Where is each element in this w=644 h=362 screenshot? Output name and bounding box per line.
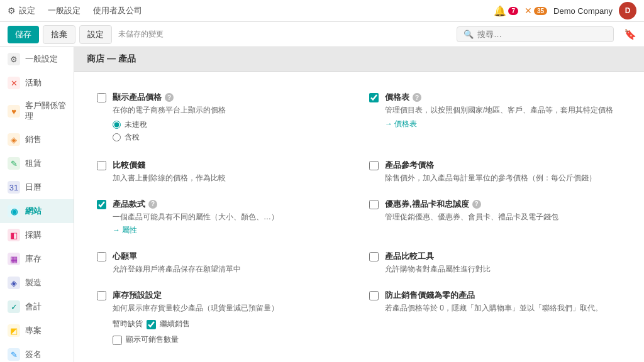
product-compare-content: 產品比較工具 允許購物者對產品屬性進行對比: [385, 251, 491, 275]
discount-voucher-checkbox[interactable]: [369, 200, 379, 209]
price-list-link[interactable]: → 價格表: [385, 119, 613, 129]
search-bar[interactable]: 🔍: [457, 26, 614, 42]
main-layout: ⚙ 一般設定 ✕ 活動 ♥ 客戶關係管理 ◈ 銷售 ✎ 租賃 31 日曆 ◉ 網…: [0, 47, 644, 362]
shop-section: 商店 — 產品 顯示產品價格 ? 在你的電子商務平台上顯示的價格: [74, 47, 644, 362]
sidebar-label-purchase: 採購: [25, 230, 42, 241]
sidebar-label-rent: 租賃: [25, 158, 42, 169]
radio-tax-excluded[interactable]: 未連稅: [113, 119, 226, 130]
sidebar-item-rent[interactable]: ✎ 租賃: [0, 151, 74, 175]
price-list-checkbox[interactable]: [369, 93, 379, 102]
sidebar-item-manufacture[interactable]: ◈ 製造: [0, 271, 74, 295]
discount-voucher-desc: 管理促銷優惠、優惠券、會員卡、禮品卡及電子錢包: [385, 212, 558, 222]
bookmark-icon[interactable]: 🔖: [624, 28, 636, 40]
product-variant-info-icon: ?: [148, 200, 157, 209]
content-area: 商店 — 產品 顯示產品價格 ? 在你的電子商務平台上顯示的價格: [74, 47, 644, 362]
product-variant-checkbox[interactable]: [97, 200, 106, 209]
product-compare-checkbox[interactable]: [369, 252, 379, 261]
gear-icon: ⚙: [8, 6, 16, 16]
display-price-desc: 在你的電子商務平台上顯示的價格: [113, 105, 226, 116]
crm-sidebar-icon: ♥: [8, 105, 20, 118]
inventory-default-label: 庫存預設設定: [113, 290, 279, 301]
save-button[interactable]: 儲存: [8, 26, 39, 43]
sidebar-label-accounting: 會計: [25, 302, 42, 312]
unsaved-label: 未儲存的變更: [118, 29, 164, 40]
compare-price-content: 比較價錢 加入書上刪除線的價格，作為比較: [113, 160, 226, 184]
product-variant-content: 產品款式 ? 一個產品可能具有不同的屬性（大小、顏色、…） → 屬性: [113, 199, 279, 236]
display-price-radio-group: 未連稅 含稅: [113, 119, 226, 143]
discount-voucher-info-icon: ?: [472, 200, 481, 209]
prevent-zero-sale-desc: 若產品價格等於 0，隱藏「加入購物車」並以「聯絡我們」取代。: [385, 303, 602, 314]
sidebar-label-general: 一般設定: [25, 54, 58, 65]
sidebar-item-sign[interactable]: ✎ 簽名: [0, 343, 74, 362]
inventory-default-content: 庫存預設設定 如何展示庫存貨量較少產品（現貨量減已預留量） 暫時缺貨 繼續銷售 …: [113, 290, 279, 345]
website-sidebar-icon: ◉: [8, 205, 20, 217]
project-sidebar-icon: ◩: [8, 324, 20, 337]
nav-users[interactable]: 使用者及公司: [93, 5, 142, 16]
sidebar-item-website[interactable]: ◉ 網站: [0, 199, 74, 223]
rent-sidebar-icon: ✎: [8, 157, 20, 170]
sidebar-label-sales: 銷售: [25, 134, 42, 145]
product-compare-label: 產品比較工具: [385, 251, 491, 262]
product-ref-price-content: 產品參考價格 除售價外，加入產品每計量單位的參考價格（例：每公斤價錢）: [385, 160, 596, 184]
sidebar-item-accounting[interactable]: ✓ 會計: [0, 295, 74, 319]
wishlist-checkbox[interactable]: [97, 252, 106, 261]
search-input[interactable]: [477, 30, 607, 39]
settings-button[interactable]: 設定: [79, 25, 112, 44]
company-name: Demo Company: [553, 6, 613, 16]
sidebar-item-project[interactable]: ◩ 專案: [0, 319, 74, 343]
display-price-label: 顯示產品價格 ?: [113, 92, 226, 103]
radio-tax-included[interactable]: 含稅: [113, 132, 226, 143]
prevent-zero-sale-content: 防止銷售價錢為零的產品 若產品價格等於 0，隱藏「加入購物車」並以「聯絡我們」取…: [385, 290, 602, 314]
sidebar-label-inventory: 庫存: [25, 254, 42, 265]
gear-sidebar-icon: ⚙: [8, 53, 20, 65]
purchase-sidebar-icon: ◧: [8, 229, 20, 241]
sign-sidebar-icon: ✎: [8, 348, 20, 361]
sales-sidebar-icon: ◈: [8, 133, 20, 146]
user-avatar[interactable]: D: [619, 2, 636, 19]
show-qty-label: 顯示可銷售數量: [126, 334, 179, 345]
timer-badge: 35: [534, 7, 547, 15]
display-price-checkbox[interactable]: [97, 93, 106, 102]
setting-inventory-default: 庫存預設設定 如何展示庫存貨量較少產品（現貨量減已預留量） 暫時缺貨 繼續銷售 …: [87, 282, 359, 353]
nav-settings[interactable]: ⚙ 設定: [8, 5, 35, 16]
prevent-zero-sale-checkbox[interactable]: [369, 291, 379, 300]
notification-bell[interactable]: 🔔 7: [494, 5, 518, 17]
sidebar-label-activity: 活動: [25, 78, 42, 89]
product-variant-link[interactable]: → 屬性: [113, 225, 279, 236]
setting-product-ref-price: 產品參考價格 除售價外，加入產品每計量單位的參考價格（例：每公斤價錢）: [359, 152, 631, 191]
product-ref-price-checkbox[interactable]: [369, 161, 379, 170]
manufacture-sidebar-icon: ◈: [8, 277, 20, 289]
continue-sales-checkbox[interactable]: [147, 320, 156, 329]
sidebar-item-purchase[interactable]: ◧ 採購: [0, 223, 74, 247]
activity-timer[interactable]: ✕ 35: [525, 6, 547, 16]
sidebar-item-sales[interactable]: ◈ 銷售: [0, 128, 74, 151]
action-bar: 儲存 捨棄 設定 未儲存的變更 🔍 🔖: [0, 22, 644, 47]
setting-wishlist: 心願單 允許登錄用戶將產品保存在願望清單中: [87, 243, 359, 282]
product-variant-desc: 一個產品可能具有不同的屬性（大小、顏色、…）: [113, 212, 279, 222]
discount-voucher-label: 優惠券,禮品卡和忠誠度 ?: [385, 199, 558, 210]
product-variant-label: 產品款式 ?: [113, 199, 279, 210]
show-qty-checkbox[interactable]: [113, 336, 122, 345]
shop-section-body: 顯示產品價格 ? 在你的電子商務平台上顯示的價格 未連稅 含稅: [74, 72, 644, 362]
nav-general[interactable]: 一般設定: [48, 5, 80, 16]
inventory-default-checkbox[interactable]: [97, 291, 106, 300]
sidebar-label-crm: 客戶關係管理: [25, 101, 66, 122]
sidebar-label-sign: 簽名: [25, 349, 42, 360]
sidebar-item-general[interactable]: ⚙ 一般設定: [0, 47, 74, 71]
accounting-sidebar-icon: ✓: [8, 300, 20, 313]
discard-button[interactable]: 捨棄: [43, 25, 75, 44]
display-price-info-icon: ?: [165, 93, 174, 102]
price-list-info-icon: ?: [413, 93, 421, 102]
compare-price-checkbox[interactable]: [97, 161, 106, 170]
inventory-default-desc: 如何展示庫存貨量較少產品（現貨量減已預留量）: [113, 303, 279, 314]
display-price-content: 顯示產品價格 ? 在你的電子商務平台上顯示的價格 未連稅 含稅: [113, 92, 226, 145]
sidebar-item-inventory[interactable]: ▦ 庫存: [0, 247, 74, 271]
sidebar-item-calendar[interactable]: 31 日曆: [0, 175, 74, 199]
discount-voucher-content: 優惠券,禮品卡和忠誠度 ? 管理促銷優惠、優惠券、會員卡、禮品卡及電子錢包: [385, 199, 558, 222]
sidebar-item-activity[interactable]: ✕ 活動: [0, 71, 74, 95]
sidebar-label-manufacture: 製造: [25, 278, 42, 288]
sidebar-label-website: 網站: [25, 206, 42, 217]
product-ref-price-desc: 除售價外，加入產品每計量單位的參考價格（例：每公斤價錢）: [385, 173, 596, 184]
sidebar-item-crm[interactable]: ♥ 客戶關係管理: [0, 95, 74, 128]
wishlist-content: 心願單 允許登錄用戶將產品保存在願望清單中: [113, 251, 241, 275]
